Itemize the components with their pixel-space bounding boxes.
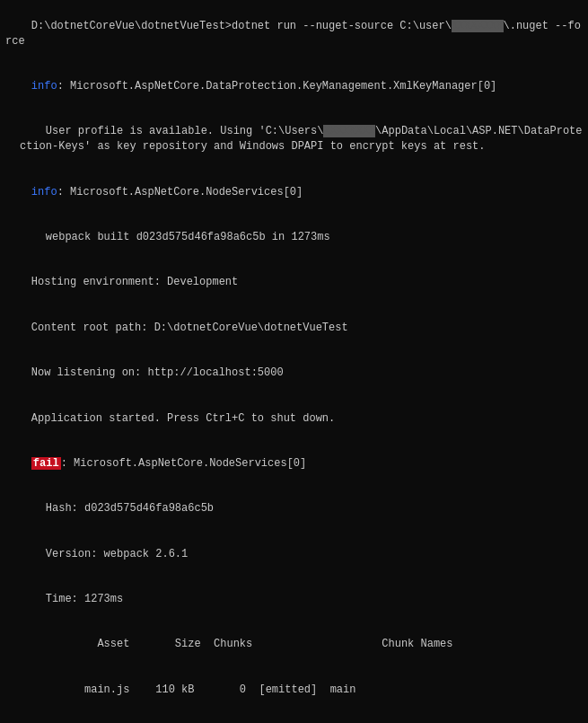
user-profile-line: User profile is available. Using 'C:\Use…: [5, 110, 583, 170]
app-started-line: Application started. Press Ctrl+C to shu…: [5, 396, 583, 441]
listening-line: Now listening on: http://localhost:5000: [5, 350, 583, 395]
version-line: Version: webpack 2.6.1: [5, 532, 583, 577]
time-line: Time: 1273ms: [5, 577, 583, 622]
fail-prefix: fail: [31, 457, 61, 470]
info-prefix-2: info: [31, 186, 57, 198]
content-root-line: Content root path: D:\dotnetCoreVue\dotn…: [5, 305, 583, 350]
info-line-2: info: Microsoft.AspNetCore.NodeServices[…: [5, 170, 583, 215]
cmd-text: D:\dotnetCoreVue\dotnetVueTest>dotnet ru…: [5, 20, 581, 48]
info-line-1: info: Microsoft.AspNetCore.DataProtectio…: [5, 64, 583, 109]
cmd-line: D:\dotnetCoreVue\dotnetVueTest>dotnet ru…: [5, 4, 583, 64]
hosting-line: Hosting environment: Development: [5, 260, 583, 305]
hash-line: Hash: d023d575d46fa98a6c5b: [5, 487, 583, 532]
info-prefix-1: info: [31, 80, 57, 93]
mainjs-line: main.js 110 kB 0 [emitted] main: [5, 667, 583, 712]
fail-line: fail: Microsoft.AspNetCore.NodeServices[…: [5, 441, 583, 486]
mainjsmap-line: main.js.map 123 kB 0 [emitted] main: [5, 712, 583, 723]
asset-header-line: Asset Size Chunks Chunk Names: [5, 622, 583, 667]
webpack-built-line: webpack built d023d575d46fa98a6c5b in 12…: [5, 215, 583, 260]
terminal-window: D:\dotnetCoreVue\dotnetVueTest>dotnet ru…: [0, 0, 588, 723]
